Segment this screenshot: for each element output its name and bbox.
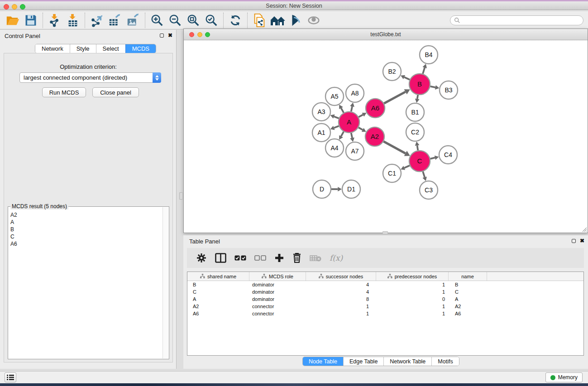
tab-node-table[interactable]: Node Table (303, 357, 343, 366)
table-cell[interactable]: A (187, 295, 249, 303)
add-column-icon[interactable] (274, 253, 284, 263)
table-cell[interactable]: A2 (449, 303, 487, 310)
graph-node-A5[interactable]: A5 (325, 87, 344, 105)
column-header-mcds-role[interactable]: MCDS role (249, 272, 306, 281)
graph-edge-A-A3[interactable] (330, 114, 339, 119)
graph-edge-B-B1[interactable] (415, 95, 420, 103)
table-cell[interactable]: 1 (376, 303, 449, 310)
graph-edge-B-B4[interactable] (423, 64, 427, 74)
tab-mcds[interactable]: MCDS (125, 44, 156, 53)
table-cell[interactable]: dominator (249, 288, 306, 295)
table-cell[interactable]: dominator (249, 295, 306, 303)
split-columns-icon[interactable] (215, 253, 226, 263)
column-header-name[interactable]: name (449, 272, 487, 281)
resize-grip[interactable] (581, 226, 587, 232)
export-image-icon[interactable] (124, 12, 142, 29)
float-table-panel-icon[interactable] (572, 239, 576, 243)
close-table-panel-icon[interactable]: ✖ (580, 238, 584, 243)
table-cell[interactable]: connector (249, 303, 306, 310)
zoom-selected-icon[interactable] (202, 12, 220, 29)
delete-table-icon[interactable] (310, 254, 321, 262)
graph-edge-A-A6[interactable] (359, 113, 366, 117)
graph-edge-C-C1[interactable] (401, 166, 410, 170)
graph-node-D1[interactable]: D1 (342, 180, 360, 198)
graph-node-B3[interactable]: B3 (440, 81, 458, 99)
table-cell[interactable]: connector (249, 310, 306, 317)
table-cell[interactable]: 1 (376, 288, 449, 295)
result-scrollbar[interactable] (163, 207, 168, 358)
result-item[interactable]: C (9, 233, 162, 240)
select-all-icon[interactable] (234, 255, 246, 261)
graph-edge-B-B2[interactable] (401, 75, 410, 80)
table-cell[interactable]: 1 (306, 310, 376, 317)
search-input[interactable] (463, 17, 579, 24)
tab-motifs[interactable]: Motifs (431, 357, 459, 366)
graph-node-A8[interactable]: A8 (346, 84, 364, 102)
graph-node-A[interactable]: A (339, 112, 359, 133)
graph-edge-A6-B[interactable] (384, 89, 410, 103)
run-mcds-button[interactable]: Run MCDS (42, 87, 86, 97)
node-table[interactable]: shared nameMCDS rolesuccessor nodesprede… (187, 272, 584, 356)
float-panel-icon[interactable] (160, 33, 164, 38)
search-field[interactable] (450, 15, 583, 25)
export-table-icon[interactable] (106, 12, 124, 29)
table-cell[interactable]: A6 (187, 310, 249, 317)
column-header-shared-name[interactable]: shared name (187, 272, 249, 281)
graph-node-A2[interactable]: A2 (365, 127, 384, 146)
table-cell[interactable]: 1 (306, 303, 376, 310)
tab-network[interactable]: Network (35, 44, 70, 53)
tab-style[interactable]: Style (70, 44, 96, 53)
refresh-icon[interactable] (226, 12, 244, 29)
graph-node-C3[interactable]: C3 (420, 181, 438, 199)
graph-node-A3[interactable]: A3 (312, 103, 330, 121)
graph-edge-A-A2[interactable] (359, 128, 366, 132)
table-cell[interactable]: A (449, 295, 487, 303)
table-row[interactable]: A2connector11A2 (187, 303, 583, 310)
graph-node-C2[interactable]: C2 (406, 123, 424, 141)
open-session-icon[interactable] (4, 12, 22, 29)
table-cell[interactable]: C (449, 288, 487, 295)
close-panel-button[interactable]: Close panel (92, 87, 139, 97)
graph-node-D[interactable]: D (313, 180, 331, 198)
graph-edge-C-C3[interactable] (422, 172, 426, 181)
save-session-icon[interactable] (22, 12, 40, 29)
tab-select[interactable]: Select (96, 44, 125, 53)
table-cell[interactable]: B (187, 281, 249, 288)
graph-node-A7[interactable]: A7 (346, 142, 364, 160)
table-row[interactable]: Cdominator41C (187, 288, 583, 295)
graph-node-A4[interactable]: A4 (325, 139, 344, 157)
graph-node-B4[interactable]: B4 (420, 46, 438, 64)
graph-edge-A2-C[interactable] (383, 142, 410, 156)
graph-node-A6[interactable]: A6 (366, 99, 385, 118)
result-item[interactable]: A6 (9, 240, 162, 248)
table-cell[interactable]: 4 (306, 288, 376, 295)
import-table-icon[interactable] (64, 12, 82, 29)
table-row[interactable]: A6connector11A6 (187, 310, 583, 317)
home-icon[interactable] (268, 12, 287, 29)
result-item[interactable]: B (9, 226, 162, 233)
graph-node-C4[interactable]: C4 (439, 146, 457, 164)
criterion-dropdown[interactable]: largest connected component (directed) (19, 72, 161, 83)
graph-node-C1[interactable]: C1 (383, 164, 401, 182)
graph-edge-A-A1[interactable] (330, 126, 339, 130)
table-cell[interactable]: 1 (376, 281, 449, 288)
deselect-all-icon[interactable] (254, 255, 266, 261)
tab-network-table[interactable]: Network Table (383, 357, 431, 366)
task-history-button[interactable] (5, 372, 16, 382)
table-cell[interactable]: 8 (306, 295, 376, 303)
horizontal-divider-handle[interactable] (382, 231, 388, 234)
table-cell[interactable]: 1 (376, 310, 449, 317)
graph-node-C[interactable]: C (409, 151, 430, 172)
graph-edge-D-D1[interactable] (331, 187, 342, 191)
copy-network-icon[interactable] (250, 12, 268, 29)
graph-edge-A-A8[interactable] (350, 103, 354, 112)
memory-button[interactable]: Memory (545, 372, 583, 382)
table-cell[interactable]: A6 (449, 310, 487, 317)
table-cell[interactable]: A2 (187, 303, 249, 310)
graph-edge-C-C4[interactable] (430, 156, 439, 160)
graph-edge-A-A5[interactable] (339, 105, 344, 113)
close-panel-icon[interactable]: ✖ (168, 33, 172, 38)
table-cell[interactable]: C (187, 288, 249, 295)
table-row[interactable]: Bdominator41B (187, 281, 583, 288)
graph-edge-A-A7[interactable] (350, 133, 354, 142)
